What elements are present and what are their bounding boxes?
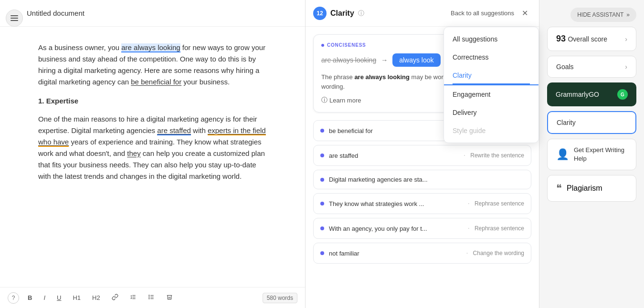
suggestion-list-item[interactable]: With an agency, you only pay for t... · … [313, 218, 531, 239]
item-separator: · [466, 249, 468, 257]
svg-point-9 [148, 295, 149, 296]
svg-point-11 [148, 298, 149, 299]
bold-button[interactable]: B [25, 292, 35, 303]
desc-bold: are always looking [354, 73, 410, 81]
item-dot [320, 154, 324, 157]
category-label: CONCISENESS [327, 42, 366, 48]
sidebar-toggle[interactable] [6, 10, 23, 27]
suggestions-header: 12 Clarity ⓘ Back to all suggestions ✕ [306, 0, 539, 27]
item-dot [320, 202, 324, 205]
help-button[interactable]: ? [8, 292, 19, 304]
expert-icon: 👤 [556, 148, 569, 161]
item-dot [320, 251, 324, 255]
score-label: Overall score [568, 35, 607, 43]
underline-beneficial: be beneficial for [131, 78, 181, 86]
quote-icon: ❝ [556, 182, 562, 195]
grammarly-go-label: GrammarlyGO [556, 91, 599, 98]
editor-content[interactable]: As a business owner, you are always look… [0, 27, 305, 287]
dropdown-item[interactable]: Correctness [444, 48, 538, 66]
item-separator: · [467, 224, 469, 233]
item-action: Rewrite the sentence [470, 152, 524, 159]
goals-nav-item[interactable]: Goals › [547, 56, 636, 78]
editor-footer: ? B I U H1 H2 580 words [0, 287, 305, 308]
h2-button[interactable]: H2 [89, 292, 103, 303]
grammarly-go-icon: G [617, 89, 628, 100]
italic-button[interactable]: I [41, 292, 48, 303]
item-dot [320, 178, 324, 182]
item-dot [320, 226, 324, 230]
ordered-list-button[interactable] [127, 292, 139, 304]
expert-help-text: Get Expert Writing Help [574, 146, 627, 163]
grammarly-go-card[interactable]: GrammarlyGO G [547, 82, 636, 106]
h1-button[interactable]: H1 [70, 292, 84, 303]
plagiarism-card[interactable]: ❝ Plagiarism [547, 175, 636, 202]
goals-label: Goals [556, 63, 574, 71]
expert-help-card[interactable]: 👤 Get Expert Writing Help [547, 139, 636, 170]
item-text: They know what strategies work ... [329, 200, 463, 207]
arrow-icon: → [381, 56, 388, 64]
original-text: are always looking [321, 56, 376, 64]
suggestion-list-item[interactable]: They know what strategies work ... · Rep… [313, 193, 531, 214]
close-button[interactable]: ✕ [518, 7, 531, 20]
hide-assistant-label: HIDE ASSISTANT [577, 11, 623, 18]
overall-score-card[interactable]: 93 Overall score › [547, 27, 636, 51]
dropdown-item: Style guide [444, 122, 538, 140]
learn-more-button[interactable]: ⓘ Learn more [321, 96, 361, 104]
score-number: 93 Overall score [556, 34, 607, 44]
clarity-badge: 12 [313, 7, 327, 20]
item-text: With an agency, you only pay for t... [329, 225, 463, 232]
document-title[interactable]: Untitled document [27, 9, 84, 17]
plagiarism-label: Plagiarism [567, 184, 602, 193]
item-action: Change the wording [473, 250, 524, 257]
item-action: Rephrase sentence [475, 225, 524, 232]
unordered-list-button[interactable] [145, 292, 158, 304]
clarity-nav-item[interactable]: Clarity [547, 111, 636, 134]
hide-assistant-icon: » [626, 11, 630, 18]
heading-expertise: 1. Expertise [38, 95, 267, 107]
dropdown-item[interactable]: Engagement [444, 85, 538, 103]
item-separator: · [467, 199, 469, 208]
replacement-button[interactable]: always look [392, 53, 440, 67]
goals-chevron-icon: › [625, 63, 627, 71]
suggestion-list-item[interactable]: not familiar · Change the wording [313, 243, 531, 264]
hide-assistant-button[interactable]: HIDE ASSISTANT » [570, 8, 636, 22]
link-button[interactable] [109, 292, 121, 304]
desc-prefix: The phrase [321, 73, 354, 81]
svg-rect-1 [11, 18, 18, 19]
editor-topbar: Untitled document [0, 0, 305, 27]
dropdown-item[interactable]: Delivery [444, 103, 538, 122]
help-circle-icon: ⓘ [321, 96, 327, 104]
svg-point-10 [148, 297, 149, 297]
item-text: Digital marketing agencies are sta... [329, 176, 524, 183]
clear-format-button[interactable] [163, 292, 176, 304]
svg-rect-2 [11, 20, 18, 21]
editor-area: Untitled document As a business owner, y… [0, 0, 306, 308]
learn-more-label: Learn more [329, 97, 361, 104]
info-icon[interactable]: ⓘ [358, 9, 364, 18]
dropdown-item[interactable]: Clarity [444, 66, 538, 85]
suggestion-list-item[interactable]: are staffed · Rewrite the sentence [313, 145, 531, 166]
underline-experts: experts in the field who have [38, 126, 266, 147]
paragraph-1: As a business owner, you are always look… [38, 42, 267, 88]
suggestion-list: be beneficial for · Change the wordingar… [306, 120, 539, 308]
score-value: 93 [556, 34, 566, 43]
highlight-always-looking[interactable]: are always looking [121, 43, 180, 52]
suggestions-panel: 12 Clarity ⓘ Back to all suggestions ✕ C… [306, 0, 539, 308]
clarity-nav-label: Clarity [557, 119, 576, 126]
panel-title: Clarity [330, 9, 354, 18]
suggestion-list-item[interactable]: Digital marketing agencies are sta... [313, 170, 531, 189]
right-panel: HIDE ASSISTANT » 93 Overall score › Goal… [539, 0, 644, 308]
chevron-right-icon: › [625, 35, 627, 43]
svg-rect-0 [11, 15, 18, 16]
back-button[interactable]: Back to all suggestions [451, 10, 514, 17]
item-text: be beneficial for [329, 127, 461, 134]
word-count[interactable]: 580 words [263, 293, 297, 303]
item-dot [320, 129, 324, 133]
underline-they: they [127, 149, 140, 157]
underline-button[interactable]: U [54, 292, 64, 303]
item-separator: · [464, 151, 465, 160]
item-text: are staffed [329, 152, 459, 159]
category-dot [321, 44, 324, 47]
dropdown-item[interactable]: All suggestions [444, 30, 538, 48]
item-action: Rephrase sentence [475, 200, 524, 207]
